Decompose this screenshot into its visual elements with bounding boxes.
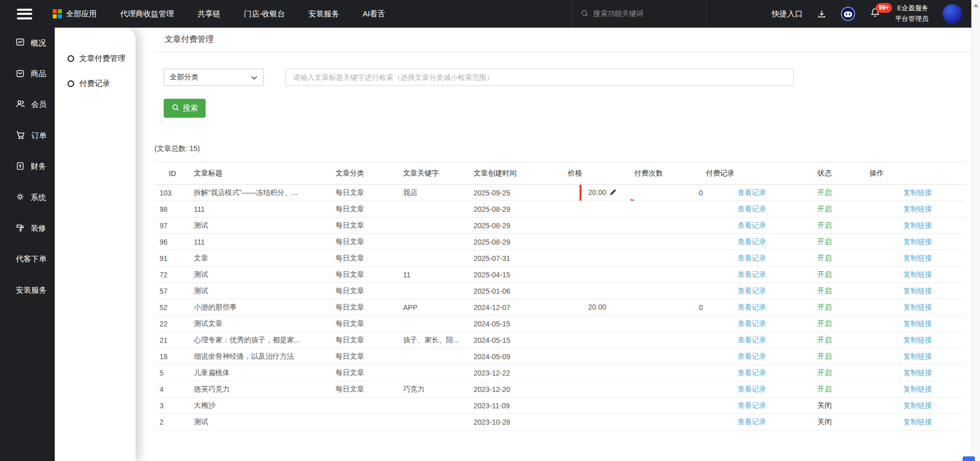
vertical-scrollbar[interactable] xyxy=(971,0,980,461)
table-header-row: ID 文章标题 文章分类 文章关键字 文章创建时间 价格 付费次数 付费记录 状… xyxy=(154,162,966,185)
view-records-link[interactable]: 查看记录 xyxy=(738,205,766,213)
view-records-link[interactable]: 查看记录 xyxy=(738,237,766,246)
topbar-right-cluster: 快捷入口 99+ E企盈服务 平台管理员 xyxy=(772,0,962,28)
status-text: 开启 xyxy=(817,205,832,213)
sidebar-item-system[interactable]: 系统 xyxy=(0,182,55,213)
table-cell: 4 xyxy=(154,381,190,398)
avatar[interactable] xyxy=(943,4,962,24)
table-cell: 每日文章 xyxy=(332,299,399,316)
sidebar-item-orders[interactable]: 订单 xyxy=(0,120,55,151)
copy-link-action[interactable]: 复制链接 xyxy=(903,368,932,377)
view-records-link[interactable]: 查看记录 xyxy=(738,336,766,344)
sidebar-item-goods[interactable]: 商品 xyxy=(0,58,55,89)
copy-link-action[interactable]: 复制链接 xyxy=(903,221,932,229)
search-placeholder: 搜索功能关键词 xyxy=(593,9,643,18)
column-header: 文章关键字 xyxy=(399,162,471,185)
copy-link-action[interactable]: 复制链接 xyxy=(903,401,932,409)
copy-link-action[interactable]: 复制链接 xyxy=(903,270,932,278)
scroll-up-arrow-icon[interactable] xyxy=(973,4,978,7)
table-row: 97测试每日文章2025-08-29查看记录开启复制链接 xyxy=(154,217,966,234)
view-records-link[interactable]: 查看记录 xyxy=(738,368,766,377)
table-cell: 57 xyxy=(154,283,190,299)
table-cell: 2024-05-09 xyxy=(471,348,568,365)
view-records-link[interactable]: 查看记录 xyxy=(738,303,766,311)
nav-agent-revenue[interactable]: 代理商收益管理 xyxy=(120,9,174,19)
submenu-item-pay-records[interactable]: 付费记录 xyxy=(55,71,136,96)
search-icon xyxy=(171,103,180,113)
view-records-link[interactable]: 查看记录 xyxy=(738,319,766,327)
nav-all-apps[interactable]: 全部应用 xyxy=(53,9,97,19)
sidebar-item-members[interactable]: 会员 xyxy=(0,90,55,120)
table-cell: 开启 xyxy=(798,316,870,332)
floating-widget-button[interactable] xyxy=(963,456,975,461)
copy-link-action[interactable]: 复制链接 xyxy=(903,205,932,213)
finance-icon xyxy=(15,161,25,172)
paint-roller-icon xyxy=(15,223,25,234)
column-header: 付费记录 xyxy=(706,162,798,185)
apps-grid-icon xyxy=(53,9,62,18)
nav-share-chain[interactable]: 共享链 xyxy=(197,9,220,19)
table-cell: 查看记录 xyxy=(706,414,798,430)
view-records-link[interactable]: 查看记录 xyxy=(738,401,766,409)
function-search-input[interactable]: 搜索功能关键词 xyxy=(572,0,706,28)
download-icon[interactable] xyxy=(817,9,827,19)
table-cell: 开启 xyxy=(798,365,870,381)
view-records-link[interactable]: 查看记录 xyxy=(738,188,766,196)
view-records-link[interactable]: 查看记录 xyxy=(738,352,766,360)
table-cell: 97 xyxy=(154,217,190,234)
notifications-bell-icon[interactable]: 99+ xyxy=(870,7,881,20)
ai-assistant-icon[interactable] xyxy=(841,7,855,21)
table-cell: 孩子、家长、陪... xyxy=(399,332,471,348)
view-records-link[interactable]: 查看记录 xyxy=(738,254,766,262)
copy-link-action[interactable]: 复制链接 xyxy=(903,188,932,196)
keyword-search-input[interactable] xyxy=(285,69,794,86)
view-records-link[interactable]: 查看记录 xyxy=(738,418,766,426)
nav-ai-tongue[interactable]: AI看舌 xyxy=(363,9,385,19)
copy-link-action[interactable]: 复制链接 xyxy=(903,319,932,327)
copy-link-action[interactable]: 复制链接 xyxy=(903,385,932,393)
view-records-link[interactable]: 查看记录 xyxy=(738,270,766,278)
table-cell: 2025-01-06 xyxy=(471,283,568,299)
status-text: 开启 xyxy=(817,237,832,246)
table-cell: 文章 xyxy=(190,250,332,267)
status-text: 开启 xyxy=(817,352,832,360)
table-row: 72测试每日文章112025-04-15查看记录开启复制链接 xyxy=(154,267,966,283)
table-cell: 大梅沙 xyxy=(190,398,332,414)
table-cell: 查看记录 xyxy=(706,365,798,381)
table-cell: 复制链接 xyxy=(870,250,966,267)
table-row: 18细说坐骨神经痛，以及治疗方法每日文章2024-05-09查看记录开启复制链接 xyxy=(154,348,966,365)
table-cell: 开启 xyxy=(798,250,870,267)
table-cell: 每日文章 xyxy=(332,365,399,381)
view-records-link[interactable]: 查看记录 xyxy=(738,221,766,229)
table-cell xyxy=(568,398,634,414)
sidebar-item-overview[interactable]: 概况 xyxy=(0,28,55,58)
view-records-link[interactable]: 查看记录 xyxy=(738,385,766,393)
table-cell: 查看记录 xyxy=(706,348,798,365)
nav-install-service[interactable]: 安装服务 xyxy=(308,9,339,19)
nav-store-cashier[interactable]: 门店-收银台 xyxy=(244,9,285,19)
copy-link-action[interactable]: 复制链接 xyxy=(903,237,932,246)
edit-price-icon[interactable] xyxy=(609,188,617,197)
category-select[interactable]: 全部分类 xyxy=(164,69,264,86)
quick-entry-link[interactable]: 快捷入口 xyxy=(772,9,803,19)
sidebar-item-decorate[interactable]: 装修 xyxy=(0,213,55,244)
table-cell xyxy=(634,398,706,414)
table-row: 4德芙巧克力每日文章巧克力2023-12-20查看记录开启复制链接 xyxy=(154,381,966,398)
copy-link-action[interactable]: 复制链接 xyxy=(903,418,932,426)
sidebar-item-proxy-order[interactable]: 代客下单 xyxy=(0,244,55,275)
hamburger-menu-icon[interactable] xyxy=(17,6,32,21)
search-button[interactable]: 搜索 xyxy=(164,99,206,118)
copy-link-action[interactable]: 复制链接 xyxy=(903,336,932,344)
copy-link-action[interactable]: 复制链接 xyxy=(903,287,932,295)
view-records-link[interactable]: 查看记录 xyxy=(738,287,766,295)
table-cell: 测试 xyxy=(190,217,332,234)
sidebar-item-install-service[interactable]: 安装服务 xyxy=(0,275,55,305)
copy-link-action[interactable]: 复制链接 xyxy=(903,303,932,311)
sidebar-item-finance[interactable]: 财务 xyxy=(0,151,55,182)
article-table-body: 103拆解“我店模式”——冻结积分、...每日文章我店2025-09-2520.… xyxy=(154,185,966,430)
copy-link-action[interactable]: 复制链接 xyxy=(903,352,932,360)
table-cell: 20.00 xyxy=(568,299,634,316)
copy-link-action[interactable]: 复制链接 xyxy=(903,254,932,262)
submenu-item-article-pay[interactable]: 文章付费管理 xyxy=(55,46,136,71)
table-cell xyxy=(399,348,471,365)
